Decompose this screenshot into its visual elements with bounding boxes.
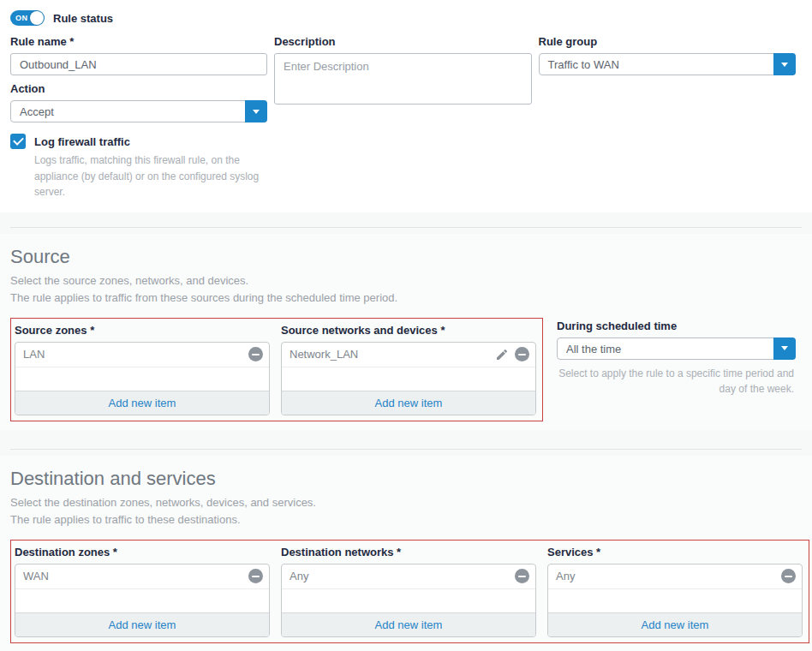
rule-status-toggle[interactable]: ON (10, 10, 45, 26)
rule-status-row: ON Rule status (10, 10, 796, 26)
add-new-item-link[interactable]: Add new item (375, 397, 443, 409)
item-value: LAN (23, 348, 248, 361)
chevron-down-icon (253, 110, 260, 114)
log-traffic-help: Logs traffic, matching this firewall rul… (34, 152, 267, 212)
destination-networks-col: Destination networks * Any Add new item (281, 544, 536, 637)
schedule-help: Select to apply the rule to a specific t… (557, 366, 796, 397)
edit-item-icon[interactable] (495, 347, 510, 361)
description-input[interactable] (274, 53, 532, 105)
remove-item-icon[interactable] (515, 347, 529, 361)
log-traffic-row: Log firewall traffic (10, 134, 267, 149)
source-zones-label: Source zones * (15, 324, 270, 337)
add-new-item-link[interactable]: Add new item (109, 618, 176, 631)
chevron-down-icon (781, 63, 788, 67)
firewall-rule-editor: { "colors": { "accent_blue": "#1b87ca", … (0, 0, 812, 651)
toggle-on-label: ON (15, 14, 28, 22)
services-label: Services * (547, 546, 803, 558)
source-zones-footer: Add new item (15, 391, 269, 415)
action-label: Action (10, 82, 267, 95)
services-help-row: Services are traffic types based on a co… (10, 643, 796, 651)
item-value: Any (290, 570, 515, 582)
log-traffic-checkbox[interactable] (10, 134, 26, 149)
action-select-value: Accept (20, 105, 54, 118)
list-item: Any (282, 564, 535, 589)
destination-networks-footer: Add new item (282, 612, 535, 636)
rule-group-select[interactable]: Traffic to WAN (539, 53, 797, 75)
remove-item-icon[interactable] (248, 569, 263, 583)
section-divider (0, 212, 812, 234)
rule-group-select-button[interactable] (773, 53, 796, 75)
item-value: Network_LAN (290, 348, 495, 361)
destination-subtitle-1: Select the destination zones, networks, … (10, 494, 796, 511)
list-item: WAN (15, 564, 269, 589)
schedule-col: During scheduled time All the time Selec… (557, 318, 796, 397)
list-empty-space (548, 589, 802, 612)
destination-required-group: Destination zones * WAN Add new item Des… (10, 540, 809, 643)
description-label: Description (274, 35, 532, 48)
list-item: Network_LAN (282, 343, 535, 367)
destination-content-row: Destination zones * WAN Add new item Des… (10, 540, 796, 643)
source-subtitle-2: The rule applies to traffic from these s… (10, 290, 796, 307)
destination-zones-box: WAN Add new item (15, 564, 270, 637)
source-networks-col: Source networks and devices * Network_LA… (281, 322, 536, 415)
action-select-button[interactable] (245, 100, 267, 122)
destination-section: Destination and services Select the dest… (0, 456, 812, 651)
list-item: LAN (15, 343, 269, 367)
section-divider (0, 430, 812, 456)
destination-networks-box: Any Add new item (281, 564, 536, 637)
services-box: Any Add new item (547, 564, 803, 637)
services-footer: Add new item (548, 612, 802, 636)
source-zones-col: Source zones * LAN Add new item (15, 322, 270, 415)
source-heading: Source (10, 246, 796, 268)
form-grid: Rule name * Action Accept Log firewall t… (10, 35, 796, 212)
destination-zones-col: Destination zones * WAN Add new item (15, 544, 270, 637)
destination-subtitle-2: The rule applies to traffic to these des… (10, 511, 796, 529)
list-empty-space (282, 589, 535, 612)
source-networks-label: Source networks and devices * (281, 324, 536, 337)
list-item: Any (548, 564, 802, 589)
source-section: Source Select the source zones, networks… (0, 234, 812, 430)
chevron-down-icon (781, 346, 788, 350)
rule-group-select-value: Traffic to WAN (548, 58, 619, 71)
remove-item-icon[interactable] (781, 569, 796, 583)
add-new-item-link[interactable]: Add new item (109, 397, 176, 409)
schedule-select-button[interactable] (773, 337, 796, 360)
source-networks-footer: Add new item (282, 391, 535, 415)
list-empty-space (282, 367, 535, 391)
destination-heading: Destination and services (10, 468, 796, 490)
toggle-knob-icon (30, 11, 44, 25)
destination-networks-label: Destination networks * (281, 546, 536, 558)
destination-zones-footer: Add new item (15, 612, 269, 636)
add-new-item-link[interactable]: Add new item (642, 618, 709, 631)
form-col-right: Rule group Traffic to WAN (539, 35, 797, 212)
action-select[interactable]: Accept (10, 100, 267, 122)
source-networks-box: Network_LAN Add new item (281, 342, 536, 415)
source-required-group: Source zones * LAN Add new item Source n… (10, 318, 543, 421)
item-value: Any (556, 570, 781, 582)
add-new-item-link[interactable]: Add new item (375, 618, 443, 631)
remove-item-icon[interactable] (248, 347, 263, 361)
form-col-left: Rule name * Action Accept Log firewall t… (10, 35, 267, 212)
rule-group-label: Rule group (539, 35, 797, 48)
schedule-select[interactable]: All the time (557, 337, 796, 360)
remove-item-icon[interactable] (515, 569, 529, 583)
log-traffic-label: Log firewall traffic (34, 135, 130, 148)
form-col-mid: Description (274, 35, 532, 212)
rule-form-section: ON Rule status Rule name * Action Accept… (0, 0, 812, 212)
rule-name-label: Rule name * (10, 35, 267, 48)
list-empty-space (15, 589, 269, 612)
source-zones-box: LAN Add new item (15, 342, 270, 415)
services-col: Services * Any Add new item (547, 544, 803, 637)
rule-name-input[interactable] (10, 53, 267, 75)
source-content-row: Source zones * LAN Add new item Source n… (10, 318, 796, 421)
item-value: WAN (23, 570, 248, 582)
list-empty-space (15, 367, 269, 391)
rule-status-label: Rule status (53, 12, 113, 25)
schedule-label: During scheduled time (557, 320, 796, 332)
source-subtitle-1: Select the source zones, networks, and d… (10, 272, 796, 290)
destination-zones-label: Destination zones * (15, 546, 270, 558)
schedule-select-value: All the time (566, 343, 621, 355)
